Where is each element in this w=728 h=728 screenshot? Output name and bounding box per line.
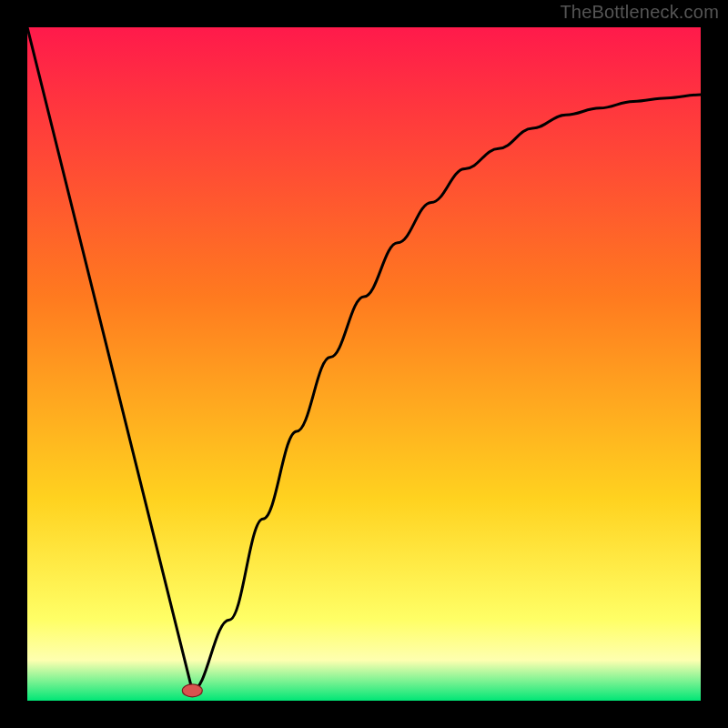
chart-svg <box>27 27 701 701</box>
minimum-marker <box>182 684 202 697</box>
chart-frame: TheBottleneck.com <box>0 0 728 728</box>
watermark-text: TheBottleneck.com <box>560 2 719 23</box>
gradient-background <box>27 27 701 701</box>
chart-plot-area <box>27 27 701 701</box>
